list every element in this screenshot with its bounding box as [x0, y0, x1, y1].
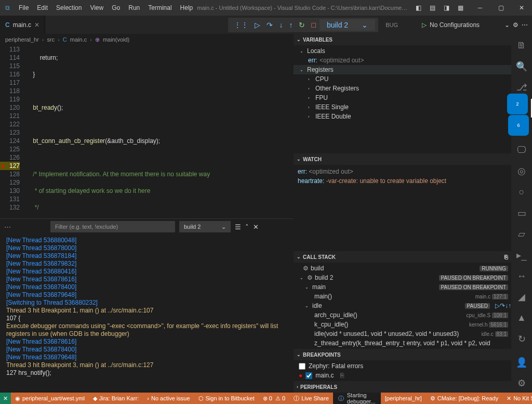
status-project[interactable]: [peripheral_hr]: [381, 395, 426, 401]
code-editor[interactable]: 113114115 116117118 119120121 122123124 …: [0, 45, 294, 218]
stack-frame[interactable]: k_cpu_idle()kernel.h 5616:1: [294, 320, 511, 329]
close-tab-icon[interactable]: ✕: [34, 21, 39, 29]
status-issue[interactable]: › No active issue: [143, 395, 194, 401]
crumb-folder[interactable]: peripheral_hr: [5, 36, 39, 43]
stop-button[interactable]: □: [309, 21, 318, 29]
extensions-icon[interactable]: ▣6: [511, 120, 532, 138]
tree-locals[interactable]: ⌄Locals: [294, 46, 511, 56]
toggle-panel-icon[interactable]: ▤: [428, 4, 437, 11]
crumb-folder[interactable]: src: [47, 36, 55, 43]
terminal-icon[interactable]: ▸_: [511, 246, 532, 265]
menu-selection[interactable]: Selection: [52, 4, 86, 11]
tree-registers[interactable]: ⌄Registers: [294, 65, 511, 74]
atlassian-icon[interactable]: ▲: [511, 309, 532, 328]
drag-handle-icon[interactable]: ⋮⋮: [231, 21, 251, 29]
crumb-symbol[interactable]: main(void): [103, 36, 129, 43]
step-into-button[interactable]: ↓: [276, 21, 285, 29]
chevron-down-icon[interactable]: ⌄: [504, 21, 510, 29]
sync-icon[interactable]: ↻: [511, 330, 532, 348]
breakpoint-checkbox[interactable]: [299, 363, 305, 370]
watch-header[interactable]: ⌄ Watch: [294, 153, 511, 165]
menu-edit[interactable]: Edit: [33, 4, 52, 11]
stack-thread[interactable]: ⌄mainPAUSED ON BREAKPOINT: [294, 282, 511, 292]
stack-frame[interactable]: z_thread_entry(k_thread_entry_t entry, v…: [294, 338, 511, 348]
status-yaml[interactable]: ◉ peripheral_uart/west.yml: [11, 395, 89, 402]
remote-icon[interactable]: 🖵: [511, 141, 532, 160]
tree-node[interactable]: ›CPU: [294, 74, 511, 84]
breakpoint-row[interactable]: ●main.c⎘: [294, 371, 511, 380]
panel-list-icon[interactable]: ☰: [235, 223, 241, 231]
remote-indicator[interactable]: ✕: [0, 393, 11, 404]
step-over-button[interactable]: ↷: [264, 21, 275, 29]
restart-button[interactable]: ↻: [296, 21, 308, 29]
breakpoint-marker[interactable]: 127: [0, 162, 20, 170]
device-icon[interactable]: ▭: [511, 204, 532, 223]
config-selector[interactable]: No Configurations: [430, 21, 501, 29]
crumb-file[interactable]: main.c: [70, 36, 87, 43]
stack-frame[interactable]: idle(void * unused1, void * unused2, voi…: [294, 329, 511, 338]
tab-main-c[interactable]: C main.c ✕: [0, 16, 45, 34]
debug-console-output[interactable]: [New Thread 536880048][New Thread 536878…: [0, 234, 294, 393]
tree-node[interactable]: ›IEEE Single: [294, 102, 511, 112]
tree-node[interactable]: ›IEEE Double: [294, 112, 511, 121]
menu-view[interactable]: View: [86, 4, 108, 11]
more-icon[interactable]: ⋯: [522, 21, 528, 29]
minimize-button[interactable]: ─: [470, 4, 490, 11]
share-icon[interactable]: ↔: [511, 267, 532, 285]
search-icon[interactable]: 🔍: [511, 57, 532, 75]
stack-frame[interactable]: main()main.c 127:1: [294, 292, 511, 301]
stack-thread[interactable]: ⌄idlePAUSED ▷↷↓↑: [294, 301, 511, 310]
panel-close-icon[interactable]: ✕: [253, 223, 259, 231]
account-icon[interactable]: 👤: [511, 353, 532, 371]
breakpoints-header[interactable]: ⌄ Breakpoints: [294, 349, 511, 360]
code-area[interactable]: return; } bt_ready(); bt_conn_auth_cb_re…: [24, 45, 294, 218]
menu-help[interactable]: Help: [176, 4, 197, 11]
tree-node[interactable]: ›Other Registers: [294, 84, 511, 93]
menu-go[interactable]: Go: [108, 4, 124, 11]
menu-terminal[interactable]: Terminal: [144, 4, 176, 11]
status-jira[interactable]: ◆ Jira: Brian Karr:: [89, 395, 143, 402]
status-kit[interactable]: ✕ No Kit Selected: [502, 395, 532, 402]
panel-expand-icon[interactable]: ˄: [245, 223, 249, 231]
breakpoint-checkbox[interactable]: [305, 372, 312, 379]
customize-layout-icon[interactable]: ▦: [456, 4, 466, 11]
toggle-sidebar-icon[interactable]: ◧: [414, 4, 423, 11]
debug-target-selector[interactable]: build 2 ⌄: [320, 19, 375, 31]
panel-session-selector[interactable]: build 2⌄: [179, 221, 231, 232]
menu-run[interactable]: Run: [124, 4, 144, 11]
run-icon[interactable]: ▷: [422, 21, 427, 29]
settings-icon[interactable]: ⚙: [511, 374, 532, 393]
filter-input[interactable]: Filter (e.g. text, !exclude): [50, 221, 175, 232]
watch-row[interactable]: err: <optimized out>: [298, 167, 507, 176]
step-out-button[interactable]: ↑: [286, 21, 295, 29]
status-cmake[interactable]: ⚙ CMake: [Debug]: Ready: [426, 395, 502, 402]
peripherals-header[interactable]: › Peripherals: [294, 381, 511, 393]
status-bitbucket[interactable]: ⬡ Sign in to Bitbucket: [194, 395, 259, 402]
nordic-icon[interactable]: ◢: [511, 288, 532, 306]
variable-row[interactable]: err: <optimized out>: [294, 56, 511, 65]
status-notification[interactable]: ⓘ Starting debugger...: [333, 393, 381, 404]
breadcrumb[interactable]: peripheral_hr› src› C main.c› ⊕ main(voi…: [0, 34, 294, 45]
panel-more-icon[interactable]: ⋯: [4, 223, 11, 231]
toggle-secondary-icon[interactable]: ◨: [442, 4, 451, 11]
watch-row[interactable]: heartrate: -var-create: unable to create…: [298, 176, 507, 186]
target-icon[interactable]: ◎: [511, 162, 532, 180]
callstack-header[interactable]: ⌄ Call Stack ⎘: [294, 251, 511, 263]
close-window-button[interactable]: ✕: [511, 4, 532, 11]
tree-node[interactable]: ›FPU: [294, 93, 511, 102]
callstack-copy-icon[interactable]: ⎘: [504, 254, 508, 260]
step-over-icon[interactable]: ↷: [500, 302, 505, 309]
circle-icon[interactable]: ○: [511, 183, 532, 202]
stack-session[interactable]: ⌄⚙build 2PAUSED ON BREAKPOINT: [294, 273, 511, 282]
variables-header[interactable]: ⌄ Variables: [294, 34, 511, 45]
explorer-icon[interactable]: 🗎: [511, 36, 532, 55]
maximize-button[interactable]: ▢: [490, 4, 511, 11]
menu-file[interactable]: File: [15, 4, 33, 11]
continue-button[interactable]: ▷: [252, 21, 263, 29]
continue-thread-icon[interactable]: ▷: [495, 302, 500, 309]
gear-icon[interactable]: ⚙: [513, 21, 518, 29]
screen-icon[interactable]: ▱: [511, 225, 532, 243]
stack-session[interactable]: ⚙buildRUNNING: [294, 264, 511, 273]
breakpoint-row[interactable]: Zephyr: Fatal errors: [294, 361, 511, 371]
stack-frame[interactable]: arch_cpu_idle()cpu_idle.S 108:1: [294, 310, 511, 320]
